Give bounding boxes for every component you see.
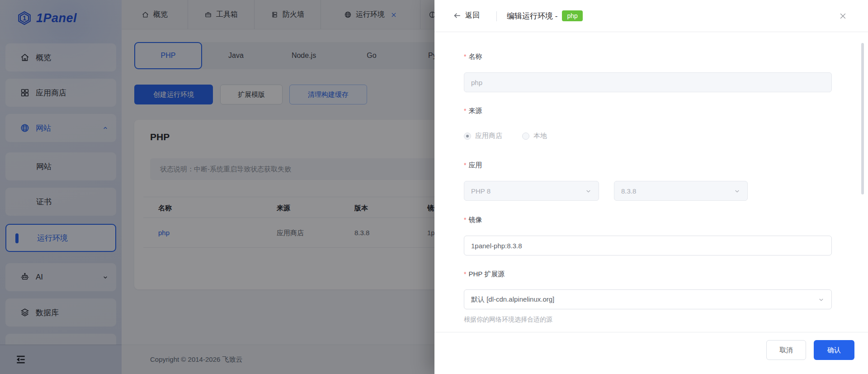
source-radio-group: 应用商店 本地 xyxy=(464,132,547,140)
radio-circle xyxy=(464,133,471,140)
app-root: 1 1Panel 概览 应用商店 xyxy=(0,0,868,374)
ext-source-hint: 根据你的网络环境选择合适的源 xyxy=(464,316,552,324)
app-field-label: *应用 xyxy=(464,161,482,170)
name-field-label: *名称 xyxy=(464,52,482,61)
drawer-footer: 取消 确认 xyxy=(434,332,868,374)
divider xyxy=(496,11,497,21)
name-input[interactable] xyxy=(464,72,832,92)
cancel-button[interactable]: 取消 xyxy=(766,340,806,360)
radio-appstore[interactable]: 应用商店 xyxy=(464,132,502,140)
chevron-down-icon xyxy=(734,188,741,194)
app-select[interactable]: PHP 8 xyxy=(464,181,599,201)
drawer-title: 编辑运行环境 - php xyxy=(507,10,583,21)
runtime-name-badge: php xyxy=(562,10,582,21)
source-field-label: *来源 xyxy=(464,107,482,115)
drawer-scrollbar[interactable] xyxy=(861,43,864,194)
back-button[interactable]: 返回 xyxy=(453,11,480,20)
radio-local[interactable]: 本地 xyxy=(522,132,547,140)
image-field-label: *镜像 xyxy=(464,216,482,224)
drawer-header: 返回 编辑运行环境 - php xyxy=(434,0,868,32)
close-drawer-icon[interactable] xyxy=(839,12,847,20)
ext-source-select[interactable]: 默认 [dl-cdn.alpinelinux.org] xyxy=(464,289,832,309)
chevron-down-icon xyxy=(585,188,592,194)
confirm-button[interactable]: 确认 xyxy=(814,340,854,360)
edit-runtime-drawer: 返回 编辑运行环境 - php *名称 *来源 应用商店 xyxy=(434,0,868,374)
image-input[interactable] xyxy=(464,236,832,256)
radio-circle xyxy=(522,133,529,140)
app-version-select[interactable]: 8.3.8 xyxy=(614,181,748,201)
chevron-down-icon xyxy=(818,296,825,303)
arrow-left-icon xyxy=(453,11,462,20)
ext-source-field-label: *PHP 扩展源 xyxy=(464,270,505,279)
